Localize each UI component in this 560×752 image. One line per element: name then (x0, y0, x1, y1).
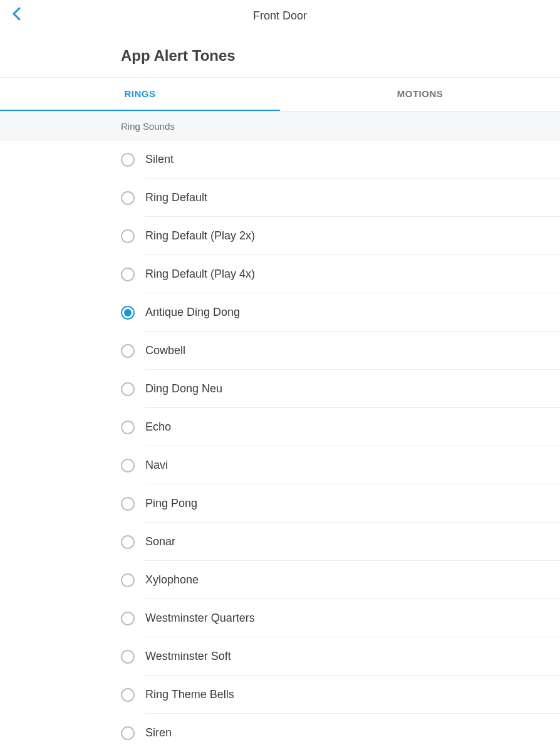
back-button[interactable] (9, 6, 24, 21)
sound-option[interactable]: Cowbell (0, 332, 560, 370)
radio-button[interactable] (121, 191, 135, 205)
radio-button[interactable] (121, 382, 135, 396)
radio-button[interactable] (121, 344, 135, 358)
sound-option[interactable]: Xylophone (0, 561, 560, 599)
sound-option-content: Ring Default (Play 4x) (145, 255, 560, 293)
radio-button[interactable] (121, 573, 135, 587)
radio-button[interactable] (121, 726, 135, 740)
sound-option[interactable]: Siren (0, 714, 560, 752)
sound-label: Ring Default (Play 4x) (145, 268, 255, 281)
sound-option-content: Ring Default (145, 179, 560, 217)
sound-option[interactable]: Echo (0, 408, 560, 446)
chevron-left-icon (12, 7, 21, 21)
tabs: RINGSMOTIONS (0, 77, 560, 112)
radio-button[interactable] (121, 497, 135, 511)
sound-option-content: Ring Default (Play 2x) (145, 217, 560, 255)
tab-rings[interactable]: RINGS (0, 78, 280, 111)
radio-button[interactable] (121, 229, 135, 243)
tab-motions[interactable]: MOTIONS (280, 78, 560, 111)
sound-option-content: Antique Ding Dong (145, 293, 560, 332)
sound-option[interactable]: Navi (0, 446, 560, 484)
sound-option[interactable]: Silent (0, 140, 560, 179)
sound-option[interactable]: Ring Theme Bells (0, 676, 560, 714)
sound-option-content: Ping Pong (145, 484, 560, 523)
sound-option-content: Cowbell (145, 332, 560, 370)
sound-option[interactable]: Ring Default (Play 2x) (0, 217, 560, 255)
sound-option-content: Navi (145, 446, 560, 484)
sound-option[interactable]: Ring Default (0, 179, 560, 217)
sound-label: Ring Default (Play 2x) (145, 229, 255, 243)
sound-option-content: Sonar (145, 523, 560, 561)
sound-label: Ding Dong Neu (145, 382, 222, 395)
radio-button[interactable] (121, 650, 135, 664)
sound-label: Sonar (145, 535, 175, 548)
page-title: App Alert Tones (121, 47, 560, 65)
header: Front Door (0, 0, 560, 31)
radio-button[interactable] (121, 535, 135, 549)
sound-option[interactable]: Ding Dong Neu (0, 370, 560, 408)
sound-option[interactable]: Westminster Soft (0, 637, 560, 676)
sound-label: Navi (145, 459, 168, 472)
sound-label: Westminster Soft (145, 650, 231, 663)
sound-option-content: Westminster Quarters (145, 599, 560, 637)
sound-option-content: Ding Dong Neu (145, 370, 560, 408)
section-header: Ring Sounds (0, 112, 560, 140)
radio-button[interactable] (121, 612, 135, 625)
sound-label: Siren (145, 726, 172, 739)
radio-button[interactable] (121, 420, 135, 434)
sound-list: SilentRing DefaultRing Default (Play 2x)… (0, 140, 560, 752)
sound-option[interactable]: Westminster Quarters (0, 599, 560, 637)
sound-label: Cowbell (145, 344, 185, 357)
radio-button[interactable] (121, 153, 135, 167)
radio-button[interactable] (121, 688, 135, 702)
sound-label: Antique Ding Dong (145, 306, 240, 319)
sound-label: Ring Theme Bells (145, 688, 234, 701)
radio-button[interactable] (121, 459, 135, 473)
sound-option[interactable]: Ping Pong (0, 484, 560, 523)
sound-option-content: Westminster Soft (145, 637, 560, 676)
sound-option-content: Silent (145, 140, 560, 179)
radio-button[interactable] (121, 268, 135, 281)
sound-option[interactable]: Antique Ding Dong (0, 293, 560, 332)
sound-label: Ping Pong (145, 497, 197, 510)
sound-option-content: Siren (145, 714, 560, 752)
sound-label: Echo (145, 420, 171, 434)
page-title-container: App Alert Tones (0, 31, 560, 77)
radio-button[interactable] (121, 306, 135, 320)
sound-option[interactable]: Ring Default (Play 4x) (0, 255, 560, 293)
sound-label: Ring Default (145, 191, 207, 204)
sound-label: Westminster Quarters (145, 612, 255, 625)
sound-option-content: Echo (145, 408, 560, 446)
sound-label: Xylophone (145, 573, 199, 587)
sound-option-content: Xylophone (145, 561, 560, 599)
sound-label: Silent (145, 153, 174, 166)
header-title: Front Door (253, 9, 307, 23)
sound-option[interactable]: Sonar (0, 523, 560, 561)
sound-option-content: Ring Theme Bells (145, 676, 560, 714)
